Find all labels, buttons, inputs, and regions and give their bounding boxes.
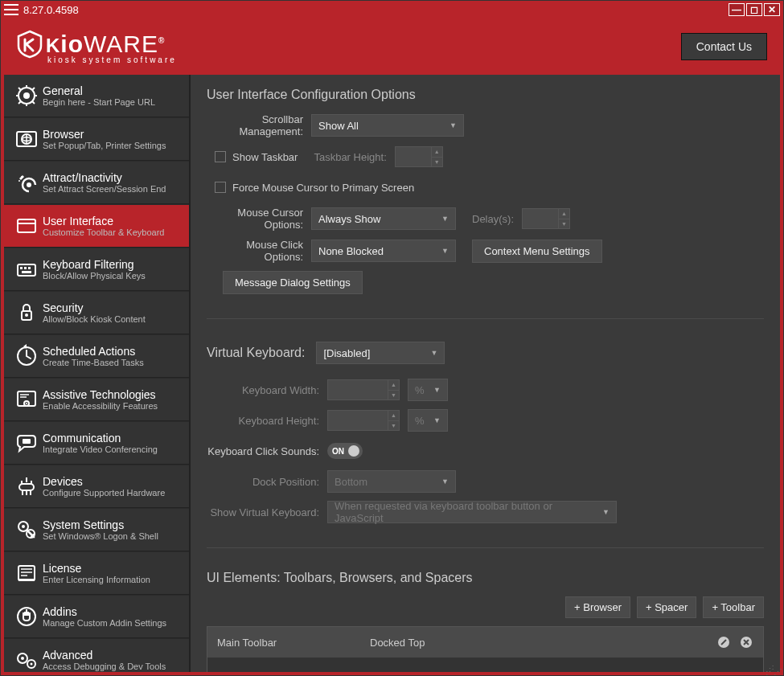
svg-line-6 [18,88,21,90]
sidebar-item-title: Browser [43,128,183,141]
sidebar-item-title: Assistive Technologies [43,388,183,401]
context-menu-button[interactable]: Context Menu Settings [472,240,602,263]
sidebar[interactable]: GeneralBegin here - Start Page URLBrowse… [4,75,189,672]
vkeyboard-state-select[interactable]: [Disabled]▼ [316,342,445,364]
delay-spinner[interactable]: ▲▼ [522,208,570,229]
delay-label: Delay(s): [472,213,514,225]
sidebar-item-subtitle: Allow/Block Kiosk Content [43,314,183,324]
force-mouse-checkbox[interactable] [215,182,226,193]
svg-point-33 [22,525,25,528]
minimize-button[interactable]: — [729,3,745,16]
sidebar-item-user-interface[interactable]: User InterfaceCustomize Toolbar & Keyboa… [4,205,189,248]
scrollbar-select[interactable]: Show All▼ [311,114,464,137]
sidebar-item-scheduled-actions[interactable]: Scheduled ActionsCreate Time-Based Tasks [4,335,189,378]
toolbar-list: Main Toolbar Docked Top [207,626,764,672]
sidebar-item-title: Keyboard Filtering [43,258,183,271]
sidebar-item-title: Addins [43,605,183,618]
sidebar-item-subtitle: Set Attract Screen/Session End [43,184,183,194]
kbd-width-spinner[interactable]: ▲▼ [327,379,400,400]
show-taskbar-label: Show Taskbar [232,151,298,163]
mouse-cursor-label: Mouse Cursor Options: [207,207,311,231]
sidebar-icon [10,83,43,109]
delete-icon[interactable] [739,635,753,649]
sidebar-item-general[interactable]: GeneralBegin here - Start Page URL [4,75,189,117]
titlebar: 8.27.0.4598 — ◻ ✕ [1,1,783,18]
sidebar-item-subtitle: Manage Custom Addin Settings [43,618,183,628]
menu-icon[interactable] [4,4,18,15]
svg-rect-20 [28,267,31,269]
dock-position-select[interactable]: Bottom▼ [327,470,456,493]
svg-point-27 [26,403,27,404]
kbd-height-unit[interactable]: %▼ [408,409,448,432]
kbd-width-label: Keyboard Width: [207,384,327,396]
sidebar-item-system-settings[interactable]: System SettingsSet Windows® Logon & Shel… [4,509,189,551]
sidebar-icon [10,560,43,586]
header: KioWARE® kiosk system software Contact U… [1,18,783,75]
sidebar-icon [10,473,43,499]
sidebar-icon [10,517,43,543]
sidebar-item-security[interactable]: SecurityAllow/Block Kiosk Content [4,292,189,334]
section-ui-elements: UI Elements: Toolbars, Browsers, and Spa… [207,571,764,672]
click-sounds-toggle[interactable]: ON [327,443,363,459]
kbd-height-spinner[interactable]: ▲▼ [327,410,400,431]
main-content[interactable]: User Interface Configuration Options Scr… [189,75,780,672]
sidebar-icon [10,430,43,456]
sidebar-item-subtitle: Customize Toolbar & Keyboard [43,227,183,237]
toolbar-row-name: Main Toolbar [217,637,370,649]
svg-rect-19 [24,267,27,269]
maximize-button[interactable]: ◻ [746,3,762,16]
sidebar-icon [10,387,43,412]
mouse-click-label: Mouse Click Options: [207,239,311,263]
mouse-cursor-select[interactable]: Always Show▼ [311,207,456,230]
sidebar-item-subtitle: Set Windows® Logon & Shell [43,531,183,541]
mouse-click-select[interactable]: None Blocked▼ [311,240,456,262]
sidebar-item-license[interactable]: LicenseEnter Licensing Information [4,552,189,595]
sidebar-item-keyboard-filtering[interactable]: Keyboard FilteringBlock/Allow Physical K… [4,248,189,291]
sidebar-item-communication[interactable]: CommunicationIntegrate Video Conferencin… [4,422,189,465]
svg-point-23 [25,313,28,317]
taskbar-height-label: Taskbar Height: [314,151,386,163]
add-spacer-button[interactable]: + Spacer [637,596,696,618]
sidebar-item-title: Scheduled Actions [43,345,183,358]
kbd-width-unit[interactable]: %▼ [408,379,448,401]
show-vkbd-select[interactable]: When requested via keyboard toolbar butt… [327,501,617,523]
add-browser-button[interactable]: + Browser [565,596,630,618]
sidebar-item-subtitle: Begin here - Start Page URL [43,97,183,107]
sidebar-item-title: System Settings [43,518,183,531]
add-toolbar-button[interactable]: + Toolbar [703,596,764,618]
contact-us-button[interactable]: Contact Us [681,33,767,60]
sidebar-item-subtitle: Enter Licensing Information [43,575,183,584]
sidebar-item-title: Advanced [43,649,183,662]
sidebar-item-addins[interactable]: AddinsManage Custom Addin Settings [4,596,189,638]
edit-icon[interactable] [716,635,731,649]
message-dialog-button[interactable]: Message Dialog Settings [223,271,363,294]
svg-point-43 [21,657,24,660]
svg-line-9 [18,101,21,104]
section-title: User Interface Configuration Options [207,88,764,102]
vkeyboard-title: Virtual Keyboard: [207,346,305,360]
show-taskbar-checkbox[interactable] [215,151,226,162]
sidebar-item-advanced[interactable]: AdvancedAccess Debugging & Dev Tools [4,639,189,672]
brand-logo: KioWARE® kiosk system software [17,30,177,64]
sidebar-icon [10,126,43,152]
svg-rect-30 [23,439,31,444]
sidebar-item-browser[interactable]: BrowserSet Popup/Tab, Printer Settings [4,118,189,161]
sidebar-item-subtitle: Set Popup/Tab, Printer Settings [43,141,183,150]
svg-point-12 [21,176,23,178]
app-window: 8.27.0.4598 — ◻ ✕ KioWARE® kiosk system … [0,0,784,676]
svg-rect-41 [24,612,29,616]
taskbar-height-spinner[interactable]: ▲▼ [395,146,443,167]
svg-rect-39 [18,579,35,581]
svg-point-14 [27,182,31,187]
sidebar-item-assistive-technologies[interactable]: Assistive TechnologiesEnable Accessibili… [4,379,189,421]
svg-line-8 [32,88,35,90]
section-ui-config: User Interface Configuration Options Scr… [207,88,764,319]
force-mouse-label: Force Mouse Cursor to Primary Screen [232,182,414,194]
toolbar-row[interactable]: Main Toolbar Docked Top [207,627,763,658]
dock-position-label: Dock Position: [207,476,327,488]
close-button[interactable]: ✕ [764,3,780,16]
sidebar-item-attract-inactivity[interactable]: Attract/InactivitySet Attract Screen/Ses… [4,162,189,204]
sidebar-item-devices[interactable]: DevicesConfigure Supported Hardware [4,465,189,508]
resize-grip[interactable]: ⋰⋰⋰ [766,667,782,674]
ui-elements-title: UI Elements: Toolbars, Browsers, and Spa… [207,571,764,585]
